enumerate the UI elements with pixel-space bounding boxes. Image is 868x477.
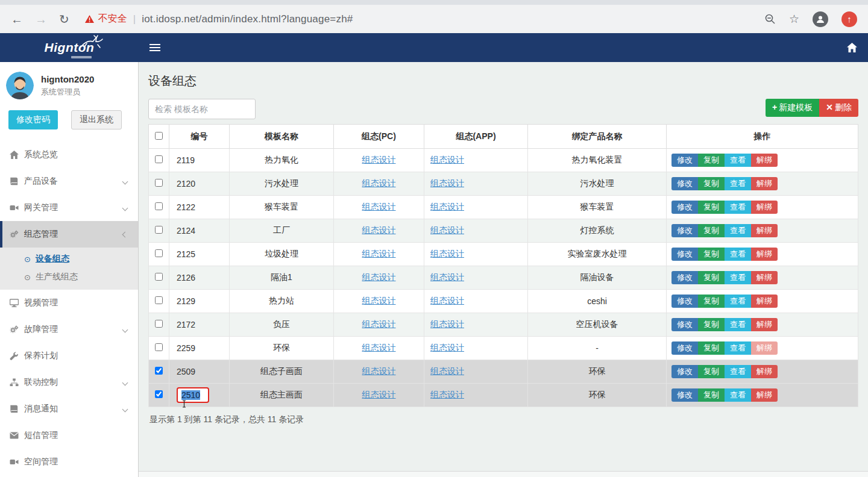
sidebar-item-网关管理[interactable]: 网关管理 [0, 195, 138, 221]
row-checkbox[interactable] [155, 320, 163, 328]
config-design-pc-link[interactable]: 组态设计 [362, 390, 396, 399]
view-button[interactable]: 查看 [725, 177, 751, 190]
config-design-app-link[interactable]: 组态设计 [430, 366, 464, 376]
config-design-pc-link[interactable]: 组态设计 [362, 155, 396, 164]
copy-button[interactable]: 复制 [698, 365, 725, 378]
home-icon[interactable] [847, 43, 857, 52]
view-button[interactable]: 查看 [725, 271, 751, 284]
view-button[interactable]: 查看 [725, 295, 751, 308]
config-design-pc-link[interactable]: 组态设计 [362, 178, 396, 188]
copy-button[interactable]: 复制 [698, 201, 725, 214]
view-button[interactable]: 查看 [725, 248, 751, 261]
row-checkbox[interactable] [155, 249, 163, 257]
unbind-button[interactable]: 解绑 [751, 318, 778, 331]
config-design-app-link[interactable]: 组态设计 [430, 249, 464, 258]
select-all-checkbox[interactable] [155, 132, 163, 140]
edit-button[interactable]: 修改 [671, 318, 698, 331]
unbind-button[interactable]: 解绑 [751, 271, 778, 284]
browser-forward-icon[interactable]: → [35, 13, 47, 25]
sidebar-item-短信管理[interactable]: 短信管理 [0, 422, 138, 449]
unbind-button[interactable]: 解绑 [751, 388, 778, 402]
sidebar-item-组态管理[interactable]: 组态管理 [0, 221, 138, 248]
id-edit-input[interactable]: 2510 [180, 390, 206, 401]
sidebar-item-空间管理[interactable]: 空间管理 [0, 449, 138, 475]
sidebar-item-产品设备[interactable]: 产品设备 [0, 168, 138, 195]
logout-button[interactable]: 退出系统 [71, 110, 122, 129]
change-password-button[interactable]: 修改密码 [8, 110, 58, 129]
sidebar-item-系统总览[interactable]: 系统总览 [0, 142, 138, 168]
copy-button[interactable]: 复制 [698, 248, 725, 261]
unbind-button[interactable]: 解绑 [751, 154, 778, 167]
sidebar-item-消息通知[interactable]: 消息通知 [0, 396, 138, 422]
edit-button[interactable]: 修改 [671, 295, 698, 308]
app-logo[interactable]: Hignton [0, 33, 139, 62]
submenu-item-设备组态[interactable]: ⊙设备组态 [0, 250, 138, 268]
view-button[interactable]: 查看 [725, 318, 751, 331]
delete-button[interactable]: ✕删除 [819, 99, 858, 117]
sidebar-item-故障管理[interactable]: 故障管理 [0, 316, 138, 343]
config-design-pc-link[interactable]: 组态设计 [362, 319, 396, 329]
row-checkbox[interactable] [155, 155, 163, 163]
config-design-app-link[interactable]: 组态设计 [430, 155, 464, 164]
unbind-button[interactable]: 解绑 [751, 224, 778, 237]
view-button[interactable]: 查看 [725, 201, 751, 214]
sidebar-item-视频管理[interactable]: 视频管理 [0, 290, 138, 316]
browser-back-icon[interactable]: ← [11, 13, 23, 25]
config-design-app-link[interactable]: 组态设计 [430, 272, 464, 282]
config-design-pc-link[interactable]: 组态设计 [362, 343, 396, 352]
row-checkbox[interactable] [155, 179, 163, 187]
row-checkbox[interactable] [155, 296, 163, 304]
sidebar-toggle-icon[interactable] [149, 47, 160, 48]
edit-button[interactable]: 修改 [671, 388, 698, 402]
unbind-button[interactable]: 解绑 [751, 201, 778, 214]
config-design-app-link[interactable]: 组态设计 [430, 296, 464, 305]
row-checkbox[interactable] [155, 273, 163, 281]
copy-button[interactable]: 复制 [698, 341, 725, 355]
browser-reload-icon[interactable]: ↻ [59, 13, 69, 25]
copy-button[interactable]: 复制 [698, 271, 725, 284]
config-design-app-link[interactable]: 组态设计 [430, 178, 464, 188]
view-button[interactable]: 查看 [725, 154, 751, 167]
sidebar-item-保养计划[interactable]: 保养计划 [0, 343, 138, 369]
edit-button[interactable]: 修改 [671, 365, 698, 378]
unbind-button[interactable]: 解绑 [751, 295, 778, 308]
row-checkbox[interactable] [155, 343, 163, 351]
row-checkbox[interactable] [155, 202, 163, 210]
edit-button[interactable]: 修改 [671, 224, 698, 237]
bookmark-star-icon[interactable]: ☆ [789, 12, 799, 26]
copy-button[interactable]: 复制 [698, 318, 725, 331]
view-button[interactable]: 查看 [725, 224, 751, 237]
search-input[interactable] [148, 99, 256, 119]
config-design-pc-link[interactable]: 组态设计 [362, 366, 396, 376]
config-design-pc-link[interactable]: 组态设计 [362, 202, 396, 211]
view-button[interactable]: 查看 [725, 341, 751, 355]
view-button[interactable]: 查看 [725, 388, 751, 402]
row-checkbox[interactable] [155, 390, 163, 398]
config-design-app-link[interactable]: 组态设计 [430, 319, 464, 329]
copy-button[interactable]: 复制 [698, 388, 725, 402]
copy-button[interactable]: 复制 [698, 295, 725, 308]
edit-button[interactable]: 修改 [671, 201, 698, 214]
config-design-pc-link[interactable]: 组态设计 [362, 225, 396, 235]
unbind-button[interactable]: 解绑 [751, 365, 778, 378]
edit-button[interactable]: 修改 [671, 177, 698, 190]
copy-button[interactable]: 复制 [698, 177, 725, 190]
edit-button[interactable]: 修改 [671, 248, 698, 261]
submenu-item-生产线组态[interactable]: ⊙生产线组态 [0, 268, 138, 286]
copy-button[interactable]: 复制 [698, 154, 725, 167]
view-button[interactable]: 查看 [725, 365, 751, 378]
new-template-button[interactable]: +新建模板 [766, 99, 819, 117]
config-design-app-link[interactable]: 组态设计 [430, 390, 464, 399]
edit-button[interactable]: 修改 [671, 271, 698, 284]
unbind-button[interactable]: 解绑 [751, 177, 778, 190]
sidebar-item-联动控制[interactable]: 联动控制 [0, 369, 138, 396]
config-design-pc-link[interactable]: 组态设计 [362, 272, 396, 282]
row-checkbox[interactable] [155, 226, 163, 234]
row-checkbox[interactable] [155, 367, 163, 375]
edit-button[interactable]: 修改 [671, 341, 698, 355]
config-design-app-link[interactable]: 组态设计 [430, 225, 464, 235]
config-design-app-link[interactable]: 组态设计 [430, 343, 464, 352]
browser-profile-icon[interactable] [813, 11, 828, 27]
unbind-button[interactable]: 解绑 [751, 248, 778, 261]
unbind-button[interactable]: 解绑 [751, 341, 778, 355]
